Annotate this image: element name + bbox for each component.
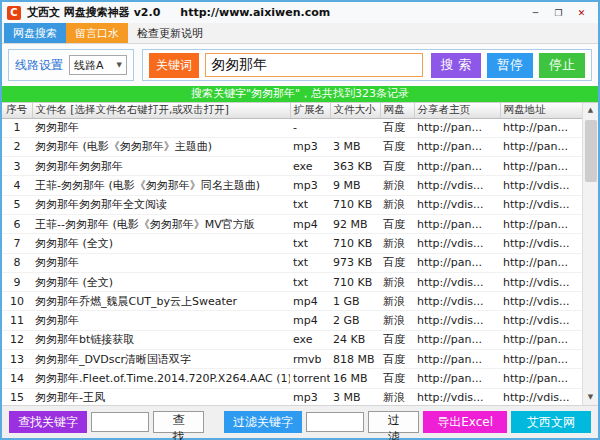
table-row[interactable]: 11 匆匆那年 mp4 2 GB 新浪 http://vdis... http:…	[2, 311, 582, 330]
cell-pan-link[interactable]: http://vdis...	[500, 311, 582, 330]
cell-seq: 8	[2, 253, 32, 272]
stop-button[interactable]: 停止	[539, 53, 585, 78]
table-header: 序号 文件名 [选择文件名右键打开,或双击打开] 扩展名 文件大小 网盘 分享者…	[2, 103, 582, 118]
cell-filename[interactable]: 匆匆那年匆匆那年全文阅读	[32, 195, 290, 214]
table-row[interactable]: 12 匆匆那年bt链接获取 exe 24 KB 百度 http://pan...…	[2, 330, 582, 349]
cell-filename[interactable]: 匆匆那年匆匆那年	[32, 157, 290, 176]
header-disk[interactable]: 网盘	[380, 103, 414, 118]
filter-keyword-button[interactable]: 过滤关键字	[224, 411, 302, 433]
find-button[interactable]: 查找	[153, 411, 204, 433]
pause-button[interactable]: 暂停	[487, 53, 533, 78]
cell-seq: 9	[2, 272, 32, 291]
table-row[interactable]: 15 匆匆那年-王凤 mp3 3 MB 新浪 http://vdis... ht…	[2, 388, 582, 405]
cell-size: 710 KB	[330, 272, 380, 291]
aixiwen-site-button[interactable]: 艾西文网	[511, 411, 591, 433]
cell-sharer-link[interactable]: http://vdis...	[414, 234, 500, 253]
cell-filename[interactable]: 匆匆那年	[32, 118, 290, 137]
scrollbar-thumb[interactable]	[585, 120, 597, 182]
scroll-up-icon[interactable]: ▲	[583, 103, 599, 118]
cell-pan-link[interactable]: http://pan...	[500, 157, 582, 176]
cell-pan-link[interactable]: http://vdis...	[500, 195, 582, 214]
cell-pan-link[interactable]: http://pan...	[500, 253, 582, 272]
cell-sharer-link[interactable]: http://vdis...	[414, 292, 500, 311]
cell-sharer-link[interactable]: http://vdis...	[414, 272, 500, 291]
header-seq[interactable]: 序号	[2, 103, 32, 118]
header-ext[interactable]: 扩展名	[290, 103, 330, 118]
table-row[interactable]: 10 匆匆那年乔燃_魏晨CUT_by云上Sweater mp4 1 GB 新浪 …	[2, 292, 582, 311]
cell-filename[interactable]: 匆匆那年乔燃_魏晨CUT_by云上Sweater	[32, 292, 290, 311]
cell-sharer-link[interactable]: http://vdis...	[414, 195, 500, 214]
cell-pan-link[interactable]: http://vdis...	[500, 176, 582, 195]
cell-sharer-link[interactable]: http://vdis...	[414, 176, 500, 195]
cell-size: 973 KB	[330, 253, 380, 272]
export-excel-button[interactable]: 导出Excel	[423, 411, 507, 433]
cell-pan-link[interactable]: http://pan...	[500, 137, 582, 156]
cell-disk: 百度	[380, 330, 414, 349]
cell-filename[interactable]: 匆匆那年 (全文)	[32, 234, 290, 253]
cell-ext: mp4	[290, 311, 330, 330]
cell-sharer-link[interactable]: http://pan...	[414, 369, 500, 388]
tab-update-notes[interactable]: 检查更新说明	[128, 23, 212, 43]
cell-filename[interactable]: 匆匆那年 (全文)	[32, 272, 290, 291]
minimize-button[interactable]: ─	[524, 5, 547, 21]
table-row[interactable]: 7 匆匆那年 (全文) txt 710 KB 新浪 http://vdis...…	[2, 234, 582, 253]
header-size[interactable]: 文件大小	[330, 103, 380, 118]
line-select[interactable]: 线路A ▼	[69, 55, 127, 75]
cell-seq: 15	[2, 388, 32, 405]
scroll-down-icon[interactable]: ▼	[583, 390, 599, 405]
table-row[interactable]: 3 匆匆那年匆匆那年 exe 363 KB 百度 http://pan... h…	[2, 157, 582, 176]
cell-sharer-link[interactable]: http://pan...	[414, 214, 500, 233]
close-button[interactable]: ✕	[570, 5, 593, 21]
cell-pan-link[interactable]: http://pan...	[500, 214, 582, 233]
cell-pan-link[interactable]: http://vdis...	[500, 234, 582, 253]
keyword-input[interactable]	[205, 53, 423, 77]
cell-sharer-link[interactable]: http://pan...	[414, 330, 500, 349]
cell-sharer-link[interactable]: http://pan...	[414, 118, 500, 137]
cell-pan-link[interactable]: http://vdis...	[500, 272, 582, 291]
cell-size: 92 MB	[330, 214, 380, 233]
cell-sharer-link[interactable]: http://pan...	[414, 157, 500, 176]
tab-message-board[interactable]: 留言口水	[66, 23, 128, 43]
cell-filename[interactable]: 匆匆那年bt链接获取	[32, 330, 290, 349]
find-keyword-button[interactable]: 查找关键字	[9, 411, 87, 433]
vertical-scrollbar[interactable]: ▲ ▼	[582, 103, 598, 405]
table-row[interactable]: 6 王菲--匆匆那年 (电影《匆匆那年》MV官方版 mp4 92 MB 百度 h…	[2, 214, 582, 233]
tab-netdisk-search[interactable]: 网盘搜索	[4, 23, 66, 43]
cell-seq: 1	[2, 118, 32, 137]
cell-pan-link[interactable]: http://pan...	[500, 118, 582, 137]
header-url[interactable]: 网盘地址	[500, 103, 582, 118]
cell-sharer-link[interactable]: http://vdis...	[414, 388, 500, 405]
cell-sharer-link[interactable]: http://pan...	[414, 253, 500, 272]
find-input[interactable]	[91, 412, 149, 432]
table-row[interactable]: 13 匆匆那年_DVDscr清晰国语双字 rmvb 818 MB 百度 http…	[2, 350, 582, 369]
header-sharer[interactable]: 分享者主页	[414, 103, 500, 118]
filter-input[interactable]	[306, 412, 364, 432]
cell-sharer-link[interactable]: http://pan...	[414, 137, 500, 156]
table-row[interactable]: 2 匆匆那年 (电影《匆匆那年》主题曲) mp3 3 MB 百度 http://…	[2, 137, 582, 156]
cell-filename[interactable]: 王菲--匆匆那年 (电影《匆匆那年》MV官方版	[32, 214, 290, 233]
cell-filename[interactable]: 匆匆那年	[32, 311, 290, 330]
cell-filename[interactable]: 匆匆那年_DVDscr清晰国语双字	[32, 350, 290, 369]
table-row[interactable]: 5 匆匆那年匆匆那年全文阅读 txt 710 KB 新浪 http://vdis…	[2, 195, 582, 214]
cell-sharer-link[interactable]: http://pan...	[414, 350, 500, 369]
cell-pan-link[interactable]: http://vdis...	[500, 388, 582, 405]
table-row[interactable]: 4 王菲-匆匆那年 (电影《匆匆那年》同名主题曲) mp3 9 MB 新浪 ht…	[2, 176, 582, 195]
header-filename[interactable]: 文件名 [选择文件名右键打开,或双击打开]	[32, 103, 290, 118]
table-row[interactable]: 1 匆匆那年 - 百度 http://pan... http://pan...	[2, 118, 582, 137]
cell-filename[interactable]: 匆匆那年 (电影《匆匆那年》主题曲)	[32, 137, 290, 156]
cell-filename[interactable]: 匆匆那年-王凤	[32, 388, 290, 405]
cell-sharer-link[interactable]: http://vdis...	[414, 311, 500, 330]
cell-pan-link[interactable]: http://pan...	[500, 330, 582, 349]
cell-filename[interactable]: 匆匆那年	[32, 253, 290, 272]
filter-button[interactable]: 过滤	[368, 411, 419, 433]
search-button[interactable]: 搜 索	[431, 53, 481, 78]
cell-filename[interactable]: 匆匆那年.Fleet.of.Time.2014.720P.X264.AAC (1…	[32, 369, 290, 388]
cell-pan-link[interactable]: http://pan...	[500, 350, 582, 369]
table-row[interactable]: 8 匆匆那年 txt 973 KB 百度 http://pan... http:…	[2, 253, 582, 272]
table-row[interactable]: 9 匆匆那年 (全文) txt 710 KB 新浪 http://vdis...…	[2, 272, 582, 291]
cell-filename[interactable]: 王菲-匆匆那年 (电影《匆匆那年》同名主题曲)	[32, 176, 290, 195]
cell-pan-link[interactable]: http://vdis...	[500, 292, 582, 311]
table-row[interactable]: 14 匆匆那年.Fleet.of.Time.2014.720P.X264.AAC…	[2, 369, 582, 388]
maximize-button[interactable]: ❐	[547, 5, 570, 21]
cell-pan-link[interactable]: http://pan...	[500, 369, 582, 388]
